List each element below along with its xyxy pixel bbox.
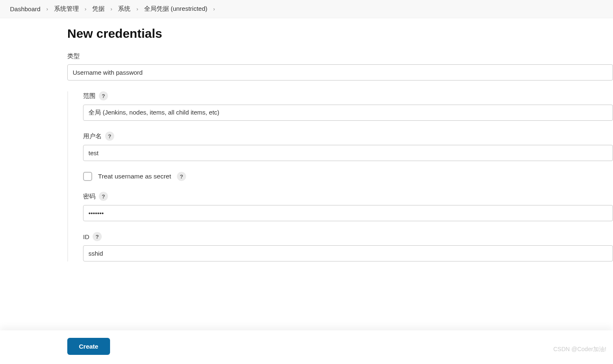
help-icon[interactable]: ? — [99, 192, 108, 201]
breadcrumb-credentials[interactable]: 凭据 — [92, 5, 105, 13]
treat-secret-checkbox[interactable] — [83, 172, 92, 181]
field-kind: 类型 — [67, 52, 613, 81]
help-icon[interactable]: ? — [93, 232, 102, 241]
chevron-right-icon: › — [46, 6, 48, 12]
chevron-right-icon: › — [85, 6, 86, 12]
password-input[interactable] — [83, 205, 613, 221]
footer-bar: Create — [0, 330, 613, 364]
scroll-fade — [62, 316, 613, 332]
username-label: 用户名 — [83, 132, 102, 140]
field-username: 用户名 ? — [83, 132, 613, 161]
page-title: New credentials — [67, 27, 613, 41]
field-password: 密码 ? — [83, 192, 613, 221]
breadcrumb: Dashboard › 系统管理 › 凭据 › 系统 › 全局凭据 (unres… — [0, 0, 613, 18]
field-id: ID ? — [83, 232, 613, 261]
help-icon[interactable]: ? — [177, 172, 186, 181]
breadcrumb-system-manage[interactable]: 系统管理 — [54, 5, 79, 13]
id-label: ID — [83, 233, 89, 240]
chevron-right-icon: › — [213, 6, 215, 12]
breadcrumb-system[interactable]: 系统 — [118, 5, 130, 13]
help-icon[interactable]: ? — [105, 132, 114, 141]
chevron-right-icon: › — [136, 6, 138, 12]
scope-select[interactable] — [83, 105, 613, 121]
main-content: New credentials 类型 范围 ? 用户名 ? Treat user… — [0, 18, 613, 261]
username-input[interactable] — [83, 145, 613, 161]
create-button[interactable]: Create — [67, 338, 110, 355]
chevron-right-icon: › — [110, 6, 112, 12]
kind-select[interactable] — [67, 64, 613, 81]
breadcrumb-dashboard[interactable]: Dashboard — [10, 5, 40, 12]
scope-label: 范围 — [83, 92, 96, 100]
credentials-details: 范围 ? 用户名 ? Treat username as secret ? 密码… — [67, 91, 613, 261]
id-input[interactable] — [83, 245, 613, 261]
field-scope: 范围 ? — [83, 91, 613, 121]
field-treat-secret: Treat username as secret ? — [83, 172, 613, 181]
breadcrumb-global-credentials[interactable]: 全局凭据 (unrestricted) — [144, 5, 208, 13]
kind-label: 类型 — [67, 52, 613, 60]
help-icon[interactable]: ? — [99, 91, 108, 100]
treat-secret-label: Treat username as secret — [98, 173, 171, 180]
password-label: 密码 — [83, 193, 96, 200]
